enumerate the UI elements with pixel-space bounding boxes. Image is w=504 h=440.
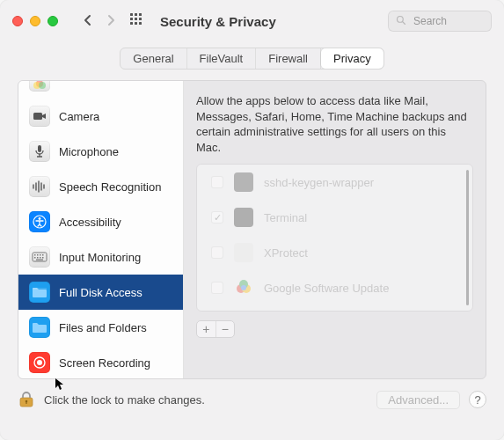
sidebar-item-speech[interactable]: Speech Recognition: [18, 169, 183, 204]
remove-button[interactable]: −: [216, 321, 235, 337]
checkbox[interactable]: [211, 211, 223, 224]
show-all-button[interactable]: [130, 13, 144, 30]
lock-icon[interactable]: [18, 390, 35, 409]
svg-rect-43: [26, 401, 26, 404]
description-text: Allow the apps below to access data like…: [196, 93, 473, 155]
sidebar-item-label: Files and Folders: [59, 321, 147, 334]
app-row-terminal[interactable]: Terminal: [197, 200, 472, 235]
svg-rect-31: [37, 257, 39, 259]
svg-rect-27: [37, 254, 39, 256]
app-row-xprotect[interactable]: XProtect: [197, 235, 472, 270]
accessibility-icon: [29, 211, 50, 232]
folder-icon: [29, 282, 50, 303]
sidebar-item-label: Accessibility: [59, 216, 121, 229]
svg-rect-34: [36, 260, 43, 260]
plus-minus-stepper[interactable]: + −: [196, 320, 235, 338]
sidebar-item-label: Microphone: [59, 145, 119, 158]
svg-rect-30: [34, 257, 36, 259]
app-row-sshd[interactable]: sshd-keygen-wrapper: [197, 165, 472, 200]
tab-row: General FileVault Firewall Privacy: [0, 42, 504, 73]
svg-rect-7: [135, 22, 137, 25]
photos-icon: [29, 81, 50, 92]
svg-rect-3: [130, 18, 133, 20]
search-icon: [396, 15, 406, 28]
privacy-sidebar[interactable]: Camera Microphone Speech Recognition Acc…: [18, 81, 184, 378]
zoom-button[interactable]: [47, 16, 58, 26]
app-name: XProtect: [264, 246, 308, 260]
checkbox[interactable]: [211, 246, 223, 259]
camera-icon: [29, 106, 50, 127]
svg-rect-28: [40, 254, 41, 256]
google-updater-icon: [234, 278, 253, 297]
back-button[interactable]: [83, 14, 93, 29]
cursor-icon: [55, 378, 65, 394]
record-icon: [29, 352, 50, 373]
svg-rect-0: [130, 13, 133, 16]
search-field[interactable]: [388, 11, 492, 32]
close-button[interactable]: [12, 16, 23, 26]
svg-point-36: [37, 360, 42, 365]
sidebar-item-files-folders[interactable]: Files and Folders: [18, 310, 183, 345]
generic-app-icon: [234, 243, 253, 262]
tab-general[interactable]: General: [121, 48, 186, 69]
sidebar-item-label: Camera: [59, 110, 99, 123]
minimize-button[interactable]: [30, 16, 40, 26]
tab-firewall[interactable]: Firewall: [256, 48, 321, 69]
nav-arrows: [83, 14, 116, 29]
svg-rect-26: [34, 254, 36, 256]
app-name: sshd-keygen-wrapper: [264, 176, 374, 189]
sidebar-item-label: Speech Recognition: [59, 180, 161, 194]
svg-rect-15: [38, 145, 41, 152]
sidebar-item-label: Full Disk Access: [59, 286, 142, 299]
waveform-icon: [29, 176, 50, 197]
add-button[interactable]: +: [197, 321, 216, 337]
sidebar-item-microphone[interactable]: Microphone: [18, 134, 183, 169]
footer: Click the lock to make changes. Advanced…: [18, 390, 486, 409]
svg-line-10: [403, 21, 405, 24]
app-row-google-update[interactable]: Google Software Update: [197, 270, 472, 305]
svg-rect-2: [139, 13, 142, 16]
sidebar-item-label: Screen Recording: [59, 356, 150, 370]
svg-rect-5: [139, 18, 142, 20]
app-name: Terminal: [264, 211, 307, 224]
svg-rect-4: [135, 18, 137, 20]
svg-rect-29: [42, 254, 44, 256]
svg-point-13: [39, 82, 46, 89]
app-list[interactable]: sshd-keygen-wrapper Terminal XProtect: [196, 164, 473, 312]
advanced-button[interactable]: Advanced...: [376, 391, 460, 409]
microphone-icon: [29, 141, 50, 162]
segmented-tabs: General FileVault Firewall Privacy: [120, 48, 383, 70]
sidebar-item-camera[interactable]: Camera: [18, 99, 183, 134]
prefs-window: Security & Privacy General FileVault Fir…: [0, 0, 504, 440]
folder-icon: [29, 317, 50, 338]
checkbox[interactable]: [211, 176, 223, 188]
help-button[interactable]: ?: [469, 391, 486, 408]
sidebar-item-accessibility[interactable]: Accessibility: [18, 204, 183, 239]
forward-button[interactable]: [106, 14, 116, 29]
sidebar-item-label: Input Monitoring: [59, 251, 141, 264]
terminal-icon: [234, 208, 253, 227]
checkbox[interactable]: [211, 282, 223, 294]
svg-rect-14: [33, 113, 42, 120]
main-pane: Allow the apps below to access data like…: [184, 81, 486, 378]
svg-rect-32: [40, 257, 41, 259]
svg-rect-8: [139, 22, 142, 25]
svg-rect-6: [130, 22, 133, 25]
window-title: Security & Privacy: [160, 14, 276, 29]
content-area: Camera Microphone Speech Recognition Acc…: [18, 80, 486, 379]
window-controls: [12, 16, 58, 26]
sidebar-item-cutoff[interactable]: [18, 81, 183, 99]
tab-privacy[interactable]: Privacy: [321, 48, 383, 69]
svg-rect-1: [135, 13, 137, 16]
keyboard-icon: [29, 246, 50, 268]
svg-rect-33: [42, 257, 44, 259]
tab-filevault[interactable]: FileVault: [187, 48, 257, 69]
sidebar-item-screen-recording[interactable]: Screen Recording: [18, 345, 183, 378]
search-input[interactable]: [412, 14, 484, 28]
svg-point-40: [241, 285, 246, 290]
sidebar-item-full-disk-access[interactable]: Full Disk Access: [18, 275, 183, 310]
lock-text: Click the lock to make changes.: [44, 393, 205, 407]
sidebar-item-input-monitoring[interactable]: Input Monitoring: [18, 239, 183, 275]
svg-point-24: [39, 217, 41, 220]
titlebar: Security & Privacy: [0, 0, 504, 42]
